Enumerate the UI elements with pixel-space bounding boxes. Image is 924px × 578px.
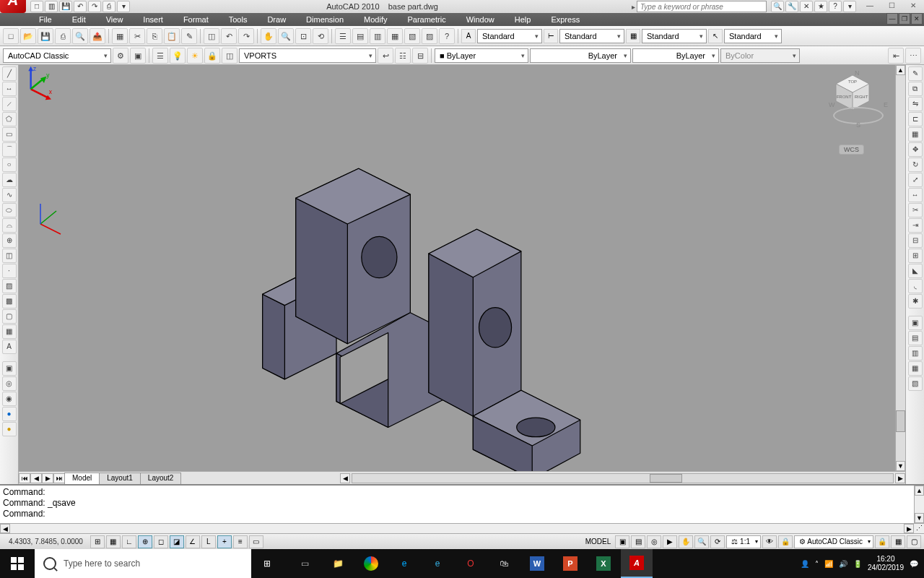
insert-icon[interactable]: ⊕ bbox=[2, 233, 17, 248]
infocenter-dropdown-icon[interactable]: ▾ bbox=[843, 1, 856, 12]
paste-icon[interactable]: 📋 bbox=[164, 28, 180, 44]
tray-wifi-icon[interactable]: 📶 bbox=[824, 560, 833, 568]
modelspace-label[interactable]: MODEL bbox=[583, 538, 614, 545]
lineweight-dropdown[interactable]: ByLayer bbox=[632, 48, 719, 63]
cmd-scroll-up-button[interactable]: ▲ bbox=[915, 486, 924, 496]
menu-format[interactable]: Format bbox=[173, 15, 219, 24]
cmd-hscroll-right-button[interactable]: ▶ bbox=[904, 524, 914, 533]
menu-parametric[interactable]: Parametric bbox=[397, 15, 456, 24]
layer-lock-icon[interactable]: 🔒 bbox=[204, 48, 220, 64]
scale-icon[interactable]: ⤢ bbox=[908, 173, 923, 187]
taskbar-autocad-icon[interactable]: A bbox=[621, 549, 653, 578]
erase-icon[interactable]: ✎ bbox=[908, 66, 923, 81]
fillet-icon[interactable]: ◟ bbox=[908, 279, 923, 293]
hscroll-thumb[interactable] bbox=[650, 474, 682, 483]
layer-previous-icon[interactable]: ↩ bbox=[378, 48, 393, 64]
point-icon[interactable]: · bbox=[2, 264, 17, 278]
vscroll-up-button[interactable]: ▲ bbox=[896, 65, 905, 75]
tab-last-button[interactable]: ⏭ bbox=[53, 473, 65, 483]
cmd-resize-grip[interactable]: ⋰ bbox=[914, 524, 924, 533]
line-icon[interactable]: ╱ bbox=[2, 66, 17, 81]
layer-props-icon[interactable]: ☰ bbox=[152, 48, 168, 64]
steering-wheel-icon[interactable]: ◎ bbox=[647, 535, 661, 548]
layer-color-icon[interactable]: ◫ bbox=[222, 48, 237, 64]
taskbar-search[interactable]: Type here to search bbox=[35, 549, 251, 578]
cmd-scroll-down-button[interactable]: ▼ bbox=[915, 513, 924, 523]
command-text[interactable]: Command: Command: _qsave Command: bbox=[0, 486, 914, 523]
workspace-switcher[interactable]: ⚙ AutoCAD Classic bbox=[794, 535, 873, 548]
extra1-icon[interactable]: ◎ bbox=[2, 376, 17, 391]
workspace-save-icon[interactable]: ▣ bbox=[130, 48, 146, 64]
layer-color-dropdown[interactable]: ■ ByLayer bbox=[435, 48, 528, 63]
offset-icon[interactable]: ⊏ bbox=[908, 112, 923, 126]
open-icon[interactable]: 📂 bbox=[20, 28, 36, 44]
favorite-icon[interactable]: ★ bbox=[814, 1, 827, 12]
layer-state-icon[interactable]: ☷ bbox=[395, 48, 411, 64]
redo-icon[interactable]: ↷ bbox=[238, 28, 254, 44]
cut-icon[interactable]: ✂ bbox=[129, 28, 145, 44]
polyline-icon[interactable]: ⟋ bbox=[2, 97, 17, 111]
designcenter-icon[interactable]: ▤ bbox=[352, 28, 368, 44]
3dosnap-toggle[interactable]: ◪ bbox=[170, 535, 184, 548]
new-icon[interactable]: □ bbox=[3, 28, 19, 44]
markup-icon[interactable]: ▧ bbox=[404, 28, 420, 44]
zoom2-icon[interactable]: 🔍 bbox=[694, 535, 709, 548]
zoom-window-icon[interactable]: ⊡ bbox=[295, 28, 311, 44]
construction-line-icon[interactable]: ↔ bbox=[2, 82, 17, 96]
exchange-icon[interactable]: ✕ bbox=[800, 1, 813, 12]
rotate-icon[interactable]: ↻ bbox=[908, 158, 923, 172]
plotstyle-dropdown[interactable]: ByColor bbox=[720, 48, 800, 63]
taskbar-ie-icon[interactable]: e bbox=[422, 549, 453, 578]
help2-icon[interactable]: ? bbox=[439, 28, 455, 44]
dyn-toggle[interactable]: + bbox=[217, 535, 232, 548]
layer-state2-icon[interactable]: ⊟ bbox=[412, 48, 428, 64]
drawing-canvas[interactable]: TOP FRONT RIGHT N S W E WCS z x bbox=[19, 65, 905, 471]
showmotion-icon[interactable]: ▶ bbox=[663, 535, 677, 548]
taskbar-word-icon[interactable]: W bbox=[521, 549, 553, 578]
tab-next-button[interactable]: ▶ bbox=[42, 473, 53, 483]
menu-dimension[interactable]: Dimension bbox=[296, 15, 354, 24]
view-cube[interactable]: TOP FRONT RIGHT N S W E WCS bbox=[833, 72, 884, 144]
navrow-more-icon[interactable]: ⋯ bbox=[905, 48, 921, 64]
menu-express[interactable]: Express bbox=[541, 15, 590, 24]
tab-model[interactable]: Model bbox=[64, 473, 100, 484]
rextra5-icon[interactable]: ▧ bbox=[908, 376, 923, 391]
hscroll-left-button[interactable]: ◀ bbox=[340, 473, 350, 483]
toolpalettes-icon[interactable]: ▥ bbox=[370, 28, 385, 44]
hardware-accel-icon[interactable]: ▦ bbox=[891, 535, 905, 548]
pan-icon[interactable]: ✋ bbox=[261, 28, 276, 44]
command-window[interactable]: Command: Command: _qsave Command: ▲ ▼ bbox=[0, 484, 924, 523]
block-icon[interactable]: ◫ bbox=[204, 28, 219, 44]
quickcalc-icon[interactable]: ▨ bbox=[422, 28, 437, 44]
hscroll-right-button[interactable]: ▶ bbox=[895, 473, 905, 483]
extend-icon[interactable]: ⇥ bbox=[908, 218, 923, 233]
rextra2-icon[interactable]: ▤ bbox=[908, 331, 923, 345]
ellipsearc-icon[interactable]: ⌓ bbox=[2, 218, 17, 233]
save-icon[interactable]: 💾 bbox=[38, 28, 53, 44]
cmd-hscroll-left-button[interactable]: ◀ bbox=[0, 524, 10, 533]
ducs-toggle[interactable]: L bbox=[201, 535, 216, 548]
menu-edit[interactable]: Edit bbox=[62, 15, 96, 24]
sheetset-icon[interactable]: ▦ bbox=[387, 28, 403, 44]
explode-icon[interactable]: ✱ bbox=[908, 294, 923, 309]
tab-first-button[interactable]: ⏮ bbox=[19, 473, 30, 483]
menu-draw[interactable]: Draw bbox=[257, 15, 296, 24]
textstyle-icon[interactable]: A bbox=[461, 29, 476, 43]
anno-scale-dropdown[interactable]: ⚖ 1:1 bbox=[726, 535, 761, 548]
dimstyle-icon[interactable]: ⊢ bbox=[544, 29, 558, 43]
menu-tools[interactable]: Tools bbox=[219, 15, 258, 24]
rextra1-icon[interactable]: ▣ bbox=[908, 316, 923, 330]
3dprint-icon[interactable]: ▦ bbox=[112, 28, 128, 44]
mleader-style-dropdown[interactable]: Standard bbox=[724, 29, 782, 43]
vports-field[interactable]: VPORTS bbox=[239, 48, 376, 63]
taskbar-taskview-icon[interactable]: ▭ bbox=[289, 549, 321, 578]
tray-clock[interactable]: 16:20 24/02/2019 bbox=[868, 555, 904, 572]
table-style-dropdown[interactable]: Standard bbox=[642, 29, 707, 43]
anno-vis-icon[interactable]: 👁 bbox=[762, 535, 777, 548]
qat-redo-icon[interactable]: ↷ bbox=[88, 1, 101, 12]
tray-volume-icon[interactable]: 🔊 bbox=[839, 560, 847, 568]
mirror-icon[interactable]: ⇋ bbox=[908, 97, 923, 111]
tab-prev-button[interactable]: ◀ bbox=[30, 473, 42, 483]
toolbar-lock-icon[interactable]: 🔒 bbox=[875, 535, 889, 548]
clean-screen-icon[interactable]: ▢ bbox=[907, 535, 921, 548]
